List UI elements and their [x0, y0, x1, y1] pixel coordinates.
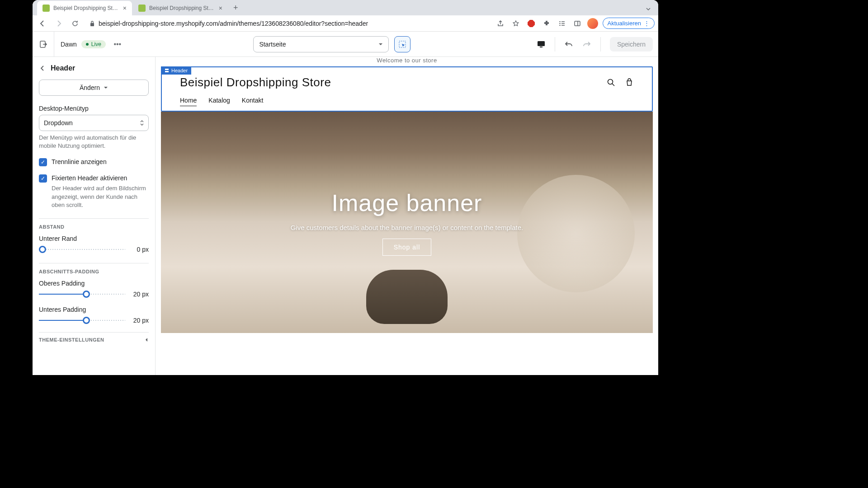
show-divider-checkbox[interactable]: ✓ [39, 158, 47, 166]
divider [39, 218, 149, 219]
show-divider-label: Trennlinie anzeigen [52, 158, 107, 165]
header-section-outline[interactable]: Header Beispiel Dropshipping Store Home … [161, 66, 653, 112]
browser-tab-strip: Beispiel Dropshipping Store · D × Beispi… [33, 0, 658, 15]
sidebar-title: Header [51, 64, 75, 72]
update-button[interactable]: Aktualisieren ⋮ [603, 18, 655, 29]
store-nav: Home Katalog Kontakt [180, 97, 634, 106]
bottom-padding-label: Unteres Padding [39, 306, 149, 313]
extensions-icon[interactable] [541, 18, 552, 29]
bottom-margin-value: 0 px [131, 246, 149, 253]
back-button[interactable] [36, 17, 49, 30]
search-icon[interactable] [607, 78, 616, 87]
theme-name: Dawn [61, 41, 77, 48]
section-tag: Header [161, 66, 191, 75]
close-icon[interactable]: × [123, 5, 127, 12]
banner-subtitle: Give customers details about the banner … [291, 224, 523, 231]
svg-line-11 [612, 84, 614, 86]
divider [39, 263, 149, 263]
svg-point-10 [608, 79, 613, 84]
sticky-header-label: Fixierten Header aktivieren [52, 174, 127, 182]
shopify-favicon [138, 5, 146, 12]
banner-title: Image banner [332, 189, 482, 216]
preview-canvas: Welcome to our store Header Beispiel Dro… [156, 57, 658, 375]
shop-all-button[interactable]: Shop all [382, 239, 432, 256]
svg-rect-9 [165, 71, 169, 72]
more-horizontal-icon[interactable]: ••• [110, 37, 125, 52]
more-vert-icon: ⋮ [644, 20, 650, 27]
undo-button[interactable] [561, 36, 577, 52]
image-banner: Image banner Give customers details abou… [161, 112, 653, 333]
top-padding-label: Oberes Padding [39, 280, 149, 287]
browser-tab-inactive[interactable]: Beispiel Dropshipping Store · E × [133, 1, 228, 15]
nav-contact[interactable]: Kontakt [242, 97, 263, 106]
menu-type-help: Der Menütyp wird automatisch für die mob… [39, 134, 149, 150]
nav-catalog[interactable]: Katalog [208, 97, 230, 106]
chevron-down-icon[interactable] [642, 3, 655, 15]
nav-home[interactable]: Home [180, 97, 197, 106]
menu-type-label: Desktop-Menütyp [39, 105, 149, 112]
tab-label: Beispiel Dropshipping Store · D [53, 5, 119, 11]
section-padding-heading: ABSCHNITTS-PADDING [39, 269, 149, 274]
save-button[interactable]: Speichern [610, 37, 653, 52]
reload-button[interactable] [69, 17, 81, 30]
banner-decoration [517, 175, 635, 292]
cart-icon[interactable] [625, 78, 634, 87]
bottom-padding-slider[interactable] [39, 316, 125, 325]
select-arrows-icon [140, 120, 144, 126]
sticky-header-checkbox[interactable]: ✓ [39, 174, 47, 183]
lock-icon [90, 20, 95, 27]
top-padding-value: 20 px [131, 291, 149, 298]
redo-button[interactable] [579, 36, 595, 52]
caret-down-icon [104, 85, 108, 90]
forward-button[interactable] [52, 17, 65, 30]
live-badge: Live [81, 40, 106, 48]
share-icon[interactable] [495, 18, 506, 29]
top-padding-slider[interactable] [39, 290, 125, 299]
inspector-toggle[interactable] [394, 36, 410, 52]
menu-type-select[interactable]: Dropdown [39, 115, 149, 131]
sidepanel-icon[interactable] [572, 18, 583, 29]
svg-rect-6 [538, 41, 545, 46]
star-icon[interactable] [510, 18, 521, 29]
settings-sidebar: Header Ändern Desktop-Menütyp Dropdown D… [33, 57, 156, 375]
bottom-margin-label: Unterer Rand [39, 235, 149, 242]
browser-tab-active[interactable]: Beispiel Dropshipping Store · D × [37, 1, 132, 15]
back-arrow-icon[interactable] [39, 65, 46, 72]
bottom-margin-slider[interactable] [39, 245, 125, 254]
url-text: beispiel-dropshipping-store.myshopify.co… [99, 20, 368, 27]
toolbar-icons: Aktualisieren ⋮ [495, 18, 655, 29]
profile-avatar[interactable] [587, 18, 598, 29]
close-icon[interactable]: × [219, 5, 222, 12]
caret-down-icon [378, 42, 383, 47]
svg-rect-0 [90, 23, 94, 26]
new-tab-button[interactable]: + [229, 0, 243, 15]
shopify-favicon [42, 5, 50, 12]
banner-decoration [366, 270, 448, 324]
reading-list-icon[interactable] [557, 18, 567, 29]
editor-topbar: Dawn Live ••• Startseite Speichern [33, 32, 658, 57]
spacing-heading: ABSTAND [39, 224, 149, 230]
svg-rect-7 [540, 47, 542, 47]
browser-toolbar: beispiel-dropshipping-store.myshopify.co… [33, 15, 658, 32]
svg-rect-8 [165, 69, 169, 70]
change-menu-button[interactable]: Ändern [39, 80, 149, 96]
theme-info: Dawn Live ••• [54, 37, 131, 52]
section-icon [165, 68, 169, 73]
adblock-icon[interactable] [526, 18, 537, 29]
bottom-padding-value: 20 px [131, 317, 149, 324]
sticky-header-help: Der Header wird auf dem Bildschirm angez… [52, 184, 149, 209]
svg-marker-1 [528, 20, 535, 27]
tab-label: Beispiel Dropshipping Store · E [149, 5, 215, 11]
store-title: Beispiel Dropshipping Store [180, 75, 331, 89]
caret-left-icon [144, 338, 149, 342]
exit-editor-button[interactable] [33, 32, 54, 57]
page-selector[interactable]: Startseite [253, 36, 389, 52]
announcement-bar: Welcome to our store [161, 57, 653, 66]
desktop-view-button[interactable] [533, 36, 549, 52]
address-bar[interactable]: beispiel-dropshipping-store.myshopify.co… [85, 20, 491, 27]
theme-settings-toggle[interactable]: THEME-EINSTELLUNGEN [39, 332, 149, 347]
svg-rect-2 [575, 21, 580, 26]
